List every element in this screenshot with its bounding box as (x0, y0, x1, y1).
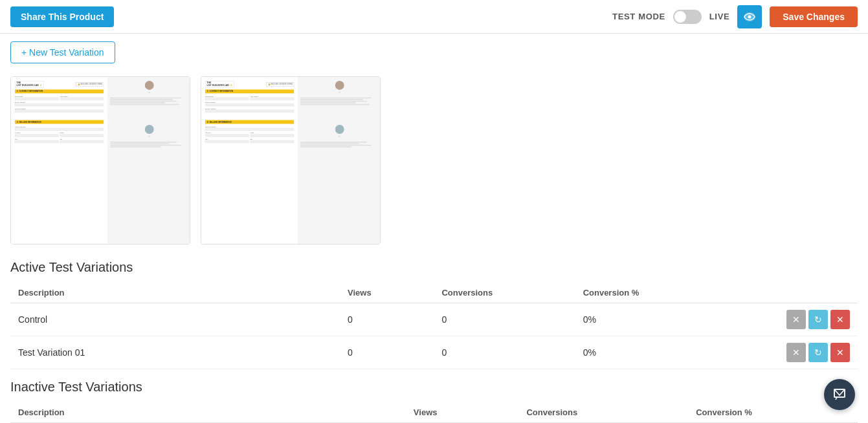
live-label: LIVE (709, 12, 730, 21)
form-field-country-2: Country (205, 132, 249, 136)
share-button[interactable]: Share This Product (10, 6, 114, 27)
col-header-desc: Description (10, 283, 340, 303)
form-field-city-2: City (205, 138, 249, 142)
form-left-2: THELIST BUILDERS LAB ⚡ 🔒 SECURE ORDER FO… (201, 77, 298, 244)
secure-label-2: 🔒 SECURE ORDER FORM (266, 82, 294, 86)
quote-mark-3: " (339, 91, 340, 97)
table-header-active: Description Views Conversions Conversion… (10, 283, 858, 303)
action-buttons-control: ✕ ↻ ✕ (724, 310, 850, 329)
form-field-row-6: City Zip (15, 138, 104, 142)
inactive-variations-table: Description Views Conversions Conversion… (10, 402, 858, 423)
form-field-row-12: City Zip (205, 138, 294, 142)
refresh-button-variation01[interactable]: ↻ (808, 343, 828, 362)
delete-button-control[interactable]: ✕ (830, 310, 850, 329)
chat-widget[interactable] (824, 379, 855, 410)
form-field-email: Email Address (15, 102, 104, 106)
row-convpct-control: 0% (575, 303, 717, 336)
svg-point-1 (748, 15, 751, 18)
form-field-zip: Zip (60, 138, 104, 142)
refresh-button-control[interactable]: ↻ (808, 310, 828, 329)
form-logo: THELIST BUILDERS LAB ⚡ (15, 81, 44, 87)
inactive-section: Inactive Test Variations Description Vie… (0, 374, 868, 423)
form-field-address-2: Street Address (205, 126, 294, 131)
col-header-views-inactive: Views (406, 402, 519, 423)
test-mode-label: TEST MODE (612, 12, 665, 21)
row-desc-variation01: Test Variation 01 (10, 336, 340, 369)
new-variation-row: + New Test Variation (0, 34, 868, 71)
form-field-city: City (15, 138, 59, 142)
section-header-3: 1 · CONTACT INFORMATION (205, 89, 294, 93)
preview-card-2[interactable]: THELIST BUILDERS LAB ⚡ 🔒 SECURE ORDER FO… (201, 76, 381, 244)
form-field-row-2: Email Address (15, 102, 104, 106)
row-actions-control: ✕ ↻ ✕ (717, 303, 858, 336)
preview-button[interactable] (737, 5, 762, 28)
section-header-2: 2 · BILLING INFORMATION (15, 120, 104, 124)
form-logo-2: THELIST BUILDERS LAB ⚡ (205, 81, 234, 87)
col-header-conversion-pct: Conversion % (575, 283, 717, 303)
section-header-1: 1 · CONTACT INFORMATION (15, 89, 104, 93)
preview-cards: THELIST BUILDERS LAB ⚡ 🔒 SECURE ORDER FO… (0, 71, 868, 255)
form-field-state-2: State (250, 132, 295, 136)
close-button-control[interactable]: ✕ (786, 310, 806, 329)
col-header-desc-inactive: Description (10, 402, 406, 423)
delete-button-variation01[interactable]: ✕ (830, 343, 850, 362)
table-row: Test Variation 01 0 0 0% ✕ ↻ ✕ (10, 336, 858, 369)
section-header-4: 2 · BILLING INFORMATION (205, 120, 294, 124)
table-header-inactive: Description Views Conversions Conversion… (10, 402, 858, 423)
form-field-row-11: Country State (205, 132, 294, 136)
row-views-variation01: 0 (340, 336, 434, 369)
form-field-email-2: Email Address (205, 102, 294, 106)
header-right: TEST MODE LIVE Save Changes (612, 5, 858, 28)
table-row: Control 0 0 0% ✕ ↻ ✕ (10, 303, 858, 336)
quote-mark-4: " (339, 135, 340, 141)
table-header-row-inactive: Description Views Conversions Conversion… (10, 402, 858, 423)
form-field-zip-2: Zip (250, 138, 295, 142)
form-left-1: THELIST BUILDERS LAB ⚡ 🔒 SECURE ORDER FO… (11, 77, 107, 244)
save-button[interactable]: Save Changes (770, 6, 858, 27)
form-field-phone-2: Phone Number (205, 107, 294, 112)
form-field-lastname-2: Last Name (250, 95, 295, 100)
form-field-row-4: Street Address (15, 126, 104, 131)
quote-lines-2 (110, 142, 188, 148)
avatar-2 (145, 125, 154, 134)
eye-icon (744, 12, 755, 21)
form-field-row-10: Street Address (205, 126, 294, 131)
form-field-row-3: Phone Number (15, 107, 104, 112)
col-header-conversions: Conversions (434, 283, 575, 303)
form-field-row-5: Country State (15, 132, 104, 136)
form-field-row-8: Email Address (205, 102, 294, 106)
table-body-active: Control 0 0 0% ✕ ↻ ✕ Test Variation 01 0… (10, 303, 858, 369)
col-header-actions (717, 283, 858, 303)
toggle-wrapper (673, 10, 702, 24)
header-bar: Share This Product TEST MODE LIVE Save C… (0, 0, 868, 34)
table-header-row-active: Description Views Conversions Conversion… (10, 283, 858, 303)
new-variation-button[interactable]: + New Test Variation (10, 41, 115, 63)
form-field-country: Country (15, 132, 59, 136)
form-field-phone: Phone Number (15, 107, 104, 112)
form-field-row-1: First Name Last Name (15, 95, 104, 100)
form-right-1: " " (107, 77, 190, 244)
quote-mark-1: " (148, 91, 150, 97)
avatar-1 (145, 81, 154, 90)
form-page-2: THELIST BUILDERS LAB ⚡ 🔒 SECURE ORDER FO… (201, 77, 380, 244)
row-views-control: 0 (340, 303, 434, 336)
row-convpct-variation01: 0% (575, 336, 717, 369)
form-right-2: " " (298, 77, 380, 244)
form-field-firstname: First Name (15, 95, 59, 100)
quote-mark-2: " (148, 135, 150, 141)
form-field-row-9: Phone Number (205, 107, 294, 112)
form-field-address: Street Address (15, 126, 104, 131)
active-variations-table: Description Views Conversions Conversion… (10, 283, 858, 369)
form-logo-bar-2: THELIST BUILDERS LAB ⚡ 🔒 SECURE ORDER FO… (205, 81, 294, 87)
active-section: Active Test Variations Description Views… (0, 255, 868, 374)
test-mode-toggle[interactable] (673, 10, 702, 24)
close-button-variation01[interactable]: ✕ (786, 343, 806, 362)
row-actions-variation01: ✕ ↻ ✕ (717, 336, 858, 369)
col-header-views: Views (340, 283, 434, 303)
inactive-section-title: Inactive Test Variations (10, 380, 858, 395)
action-buttons-variation01: ✕ ↻ ✕ (724, 343, 850, 362)
active-section-title: Active Test Variations (10, 260, 858, 275)
form-page-1: THELIST BUILDERS LAB ⚡ 🔒 SECURE ORDER FO… (11, 77, 190, 244)
form-field-row-7: First Name Last Name (205, 95, 294, 100)
preview-card-1[interactable]: THELIST BUILDERS LAB ⚡ 🔒 SECURE ORDER FO… (10, 76, 190, 244)
